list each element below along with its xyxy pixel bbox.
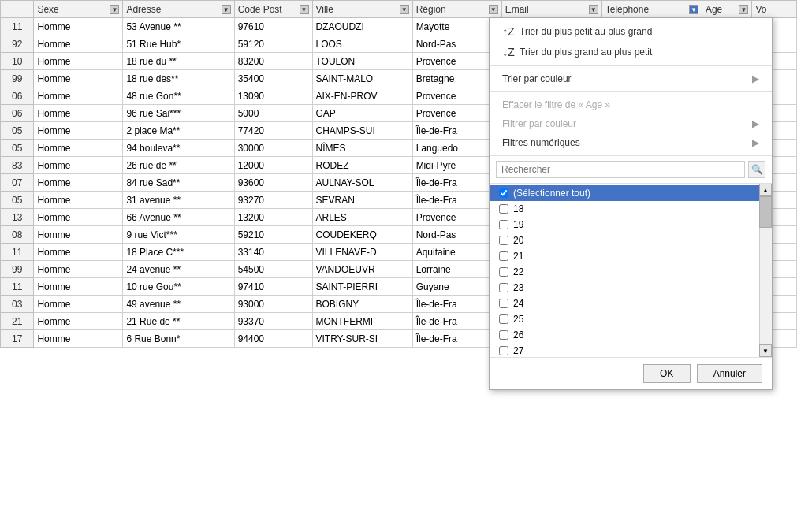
filter-value-item[interactable]: 19	[490, 217, 772, 233]
filter-value-checkbox[interactable]	[499, 299, 508, 308]
filter-value-item[interactable]: 24	[490, 296, 772, 311]
col-header-L[interactable]: Age ▼	[702, 1, 752, 18]
filter-value-checkbox[interactable]	[499, 251, 508, 261]
col-F-filter-btn[interactable]: ▼	[222, 5, 231, 14]
filter-value-label: 23	[513, 282, 523, 293]
table-cell: 21 Rue de **	[123, 313, 234, 330]
sort-section: ↑Z Trier du plus petit au plus grand ↓Z …	[490, 18, 772, 66]
ok-button[interactable]: OK	[643, 364, 691, 383]
row-number: 99	[1, 261, 34, 278]
filter-value-item[interactable]: 23	[490, 280, 772, 296]
table-cell: 9 rue Vict***	[123, 226, 234, 244]
sort-desc-item[interactable]: ↓Z Trier du plus grand au plus petit	[490, 42, 772, 62]
table-cell: 13090	[234, 87, 312, 105]
search-input[interactable]	[496, 161, 745, 178]
col-header-G[interactable]: Code Post ▼	[234, 1, 312, 18]
table-cell: Homme	[34, 53, 123, 70]
select-all-item[interactable]: (Sélectionner tout)	[490, 185, 772, 201]
filter-value-checkbox[interactable]	[499, 346, 508, 355]
col-header-M[interactable]: Vo	[752, 1, 797, 18]
filter-value-item[interactable]: 27	[490, 343, 772, 357]
col-J-filter-btn[interactable]: ▼	[589, 5, 598, 14]
table-cell: 30000	[234, 140, 312, 157]
col-header-H[interactable]: Ville ▼	[312, 1, 412, 18]
col-header-J[interactable]: Email ▼	[501, 1, 601, 18]
filter-value-checkbox[interactable]	[499, 314, 508, 324]
filter-value-item[interactable]: 25	[490, 311, 772, 327]
table-cell: 84 rue Sad**	[123, 174, 234, 192]
table-cell: NÎMES	[312, 140, 412, 157]
table-cell: 93270	[234, 192, 312, 209]
filter-value-checkbox[interactable]	[499, 330, 508, 340]
col-H-filter-btn[interactable]: ▼	[400, 5, 409, 14]
scrollbar-track[interactable]: ▲ ▼	[759, 184, 772, 357]
row-number: 13	[1, 209, 34, 226]
col-L-label: Age	[706, 4, 722, 15]
col-I-filter-btn[interactable]: ▼	[489, 5, 498, 14]
filter-value-checkbox[interactable]	[499, 220, 508, 229]
sort-asc-item[interactable]: ↑Z Trier du plus petit au plus grand	[490, 21, 772, 42]
col-header-I[interactable]: Région ▼	[412, 1, 501, 18]
table-cell: 94 bouleva**	[123, 140, 234, 157]
table-cell: Homme	[34, 192, 123, 209]
filter-value-checkbox[interactable]	[499, 236, 508, 245]
sort-asc-label: Trier du plus petit au plus grand	[520, 26, 652, 37]
table-cell: 54500	[234, 261, 312, 278]
row-number: 11	[1, 244, 34, 261]
filter-value-item[interactable]: 18	[490, 201, 772, 217]
filter-value-item[interactable]: 21	[490, 248, 772, 264]
filter-value-checkbox[interactable]	[499, 283, 508, 292]
col-G-filter-btn[interactable]: ▼	[300, 5, 309, 14]
table-cell: Homme	[34, 35, 123, 53]
table-cell: 51 Rue Hub*	[123, 35, 234, 53]
table-cell: 59120	[234, 35, 312, 53]
col-M-label: Vo	[755, 4, 766, 15]
table-cell: 97410	[234, 278, 312, 296]
numeric-filters-item[interactable]: Filtres numériques ▶	[490, 133, 772, 152]
row-number: 11	[1, 18, 34, 35]
col-L-filter-btn[interactable]: ▼	[739, 5, 748, 14]
select-all-checkbox[interactable]	[499, 188, 508, 198]
filter-value-item[interactable]: 20	[490, 233, 772, 248]
table-cell: 6 Rue Bonn*	[123, 330, 234, 348]
sort-desc-label: Trier du plus grand au plus petit	[520, 47, 652, 58]
filter-value-item[interactable]: 22	[490, 264, 772, 280]
cancel-button[interactable]: Annuler	[697, 364, 762, 383]
row-number: 92	[1, 35, 34, 53]
sort-color-item[interactable]: Trier par couleur ▶	[490, 69, 772, 88]
table-cell: 59210	[234, 226, 312, 244]
scrollbar-up-btn[interactable]: ▲	[759, 184, 772, 196]
filter-value-checkbox[interactable]	[499, 204, 508, 214]
scrollbar-thumb[interactable]	[759, 196, 772, 228]
table-cell: 26 rue de **	[123, 157, 234, 174]
filter-value-label: 26	[513, 329, 523, 340]
table-cell: DZAOUDZI	[312, 18, 412, 35]
table-cell: MONTFERMI	[312, 313, 412, 330]
col-header-K[interactable]: Telephone ▼	[601, 1, 702, 18]
table-cell: 77420	[234, 122, 312, 140]
scrollbar-down-btn[interactable]: ▼	[759, 344, 772, 357]
filter-value-checkbox[interactable]	[499, 267, 508, 277]
clear-filter-item[interactable]: Effacer le filtre de « Age »	[490, 95, 772, 114]
col-header-F[interactable]: Adresse ▼	[123, 1, 234, 18]
table-cell: ARLES	[312, 209, 412, 226]
table-cell: 96 rue Sai***	[123, 105, 234, 122]
filter-value-item[interactable]: 26	[490, 327, 772, 343]
table-cell: Homme	[34, 105, 123, 122]
row-number: 03	[1, 296, 34, 313]
col-header-E[interactable]: Sexe ▼	[34, 1, 123, 18]
search-button[interactable]: 🔍	[748, 161, 765, 178]
dropdown-footer: OK Annuler	[490, 357, 772, 389]
numeric-filters-label: Filtres numériques	[502, 137, 580, 148]
table-cell: VITRY-SUR-SI	[312, 330, 412, 348]
checkbox-list: (Sélectionner tout)18192021222324252627	[490, 184, 772, 357]
col-E-label: Sexe	[37, 4, 58, 15]
filter-color-item[interactable]: Filtrer par couleur ▶	[490, 114, 772, 133]
table-cell: 31 avenue **	[123, 192, 234, 209]
table-cell: 24 avenue **	[123, 261, 234, 278]
search-section: 🔍	[490, 156, 772, 184]
col-K-filter-btn[interactable]: ▼	[689, 5, 698, 14]
col-E-filter-btn[interactable]: ▼	[110, 5, 119, 14]
table-cell: Homme	[34, 209, 123, 226]
row-number: 21	[1, 313, 34, 330]
